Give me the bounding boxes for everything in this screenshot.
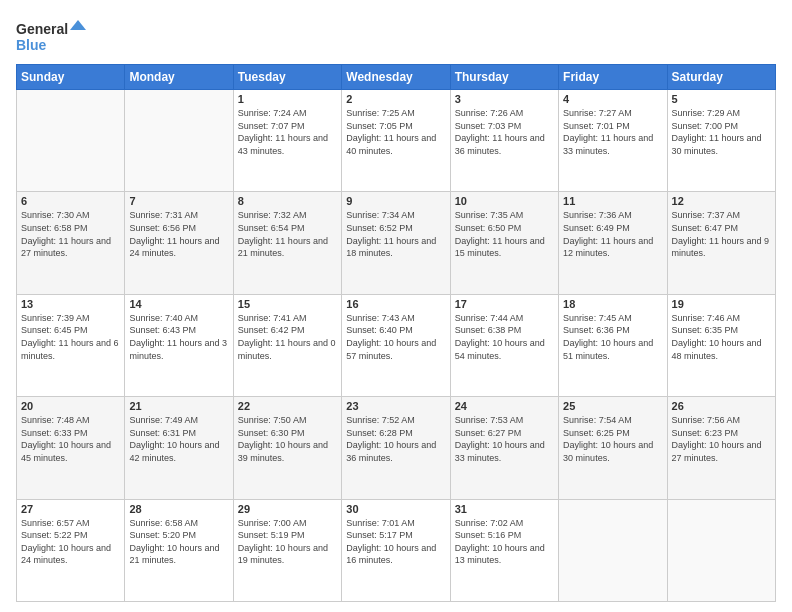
- calendar-day-cell: [667, 499, 775, 601]
- day-info: Sunrise: 7:24 AMSunset: 7:07 PMDaylight:…: [238, 107, 337, 157]
- day-number: 19: [672, 298, 771, 310]
- weekday-header-cell: Tuesday: [233, 65, 341, 90]
- day-info: Sunrise: 7:52 AMSunset: 6:28 PMDaylight:…: [346, 414, 445, 464]
- calendar-day-cell: 18Sunrise: 7:45 AMSunset: 6:36 PMDayligh…: [559, 294, 667, 396]
- calendar-day-cell: 24Sunrise: 7:53 AMSunset: 6:27 PMDayligh…: [450, 397, 558, 499]
- day-info: Sunrise: 7:36 AMSunset: 6:49 PMDaylight:…: [563, 209, 662, 259]
- day-number: 6: [21, 195, 120, 207]
- day-number: 11: [563, 195, 662, 207]
- day-number: 24: [455, 400, 554, 412]
- weekday-header-cell: Friday: [559, 65, 667, 90]
- calendar-day-cell: [559, 499, 667, 601]
- weekday-header-cell: Sunday: [17, 65, 125, 90]
- day-number: 5: [672, 93, 771, 105]
- day-number: 31: [455, 503, 554, 515]
- day-info: Sunrise: 7:56 AMSunset: 6:23 PMDaylight:…: [672, 414, 771, 464]
- day-number: 30: [346, 503, 445, 515]
- calendar-day-cell: 25Sunrise: 7:54 AMSunset: 6:25 PMDayligh…: [559, 397, 667, 499]
- calendar-week-row: 6Sunrise: 7:30 AMSunset: 6:58 PMDaylight…: [17, 192, 776, 294]
- weekday-header-cell: Monday: [125, 65, 233, 90]
- day-number: 18: [563, 298, 662, 310]
- calendar-day-cell: 12Sunrise: 7:37 AMSunset: 6:47 PMDayligh…: [667, 192, 775, 294]
- day-number: 20: [21, 400, 120, 412]
- calendar-day-cell: 13Sunrise: 7:39 AMSunset: 6:45 PMDayligh…: [17, 294, 125, 396]
- day-info: Sunrise: 7:29 AMSunset: 7:00 PMDaylight:…: [672, 107, 771, 157]
- calendar-page: General Blue SundayMondayTuesdayWednesda…: [0, 0, 792, 612]
- calendar-day-cell: 6Sunrise: 7:30 AMSunset: 6:58 PMDaylight…: [17, 192, 125, 294]
- day-info: Sunrise: 7:46 AMSunset: 6:35 PMDaylight:…: [672, 312, 771, 362]
- day-number: 23: [346, 400, 445, 412]
- day-number: 17: [455, 298, 554, 310]
- calendar-week-row: 20Sunrise: 7:48 AMSunset: 6:33 PMDayligh…: [17, 397, 776, 499]
- day-info: Sunrise: 6:57 AMSunset: 5:22 PMDaylight:…: [21, 517, 120, 567]
- day-info: Sunrise: 7:37 AMSunset: 6:47 PMDaylight:…: [672, 209, 771, 259]
- calendar-day-cell: 8Sunrise: 7:32 AMSunset: 6:54 PMDaylight…: [233, 192, 341, 294]
- day-number: 1: [238, 93, 337, 105]
- day-info: Sunrise: 7:35 AMSunset: 6:50 PMDaylight:…: [455, 209, 554, 259]
- calendar-day-cell: 5Sunrise: 7:29 AMSunset: 7:00 PMDaylight…: [667, 90, 775, 192]
- day-info: Sunrise: 7:02 AMSunset: 5:16 PMDaylight:…: [455, 517, 554, 567]
- calendar-day-cell: 28Sunrise: 6:58 AMSunset: 5:20 PMDayligh…: [125, 499, 233, 601]
- day-number: 21: [129, 400, 228, 412]
- day-info: Sunrise: 7:48 AMSunset: 6:33 PMDaylight:…: [21, 414, 120, 464]
- calendar-body: 1Sunrise: 7:24 AMSunset: 7:07 PMDaylight…: [17, 90, 776, 602]
- day-info: Sunrise: 7:53 AMSunset: 6:27 PMDaylight:…: [455, 414, 554, 464]
- day-info: Sunrise: 7:39 AMSunset: 6:45 PMDaylight:…: [21, 312, 120, 362]
- day-info: Sunrise: 7:44 AMSunset: 6:38 PMDaylight:…: [455, 312, 554, 362]
- day-info: Sunrise: 7:54 AMSunset: 6:25 PMDaylight:…: [563, 414, 662, 464]
- day-number: 14: [129, 298, 228, 310]
- calendar-day-cell: 21Sunrise: 7:49 AMSunset: 6:31 PMDayligh…: [125, 397, 233, 499]
- calendar-day-cell: 4Sunrise: 7:27 AMSunset: 7:01 PMDaylight…: [559, 90, 667, 192]
- day-number: 26: [672, 400, 771, 412]
- calendar-day-cell: 23Sunrise: 7:52 AMSunset: 6:28 PMDayligh…: [342, 397, 450, 499]
- calendar-day-cell: 16Sunrise: 7:43 AMSunset: 6:40 PMDayligh…: [342, 294, 450, 396]
- day-info: Sunrise: 7:27 AMSunset: 7:01 PMDaylight:…: [563, 107, 662, 157]
- day-number: 12: [672, 195, 771, 207]
- day-number: 2: [346, 93, 445, 105]
- calendar-day-cell: 2Sunrise: 7:25 AMSunset: 7:05 PMDaylight…: [342, 90, 450, 192]
- calendar-day-cell: 19Sunrise: 7:46 AMSunset: 6:35 PMDayligh…: [667, 294, 775, 396]
- calendar-day-cell: 22Sunrise: 7:50 AMSunset: 6:30 PMDayligh…: [233, 397, 341, 499]
- calendar-day-cell: 9Sunrise: 7:34 AMSunset: 6:52 PMDaylight…: [342, 192, 450, 294]
- calendar-day-cell: 20Sunrise: 7:48 AMSunset: 6:33 PMDayligh…: [17, 397, 125, 499]
- day-number: 15: [238, 298, 337, 310]
- calendar-day-cell: [17, 90, 125, 192]
- calendar-day-cell: 15Sunrise: 7:41 AMSunset: 6:42 PMDayligh…: [233, 294, 341, 396]
- day-number: 8: [238, 195, 337, 207]
- svg-text:Blue: Blue: [16, 37, 47, 53]
- svg-marker-2: [70, 20, 86, 30]
- logo-svg: General Blue: [16, 16, 86, 56]
- calendar-day-cell: 27Sunrise: 6:57 AMSunset: 5:22 PMDayligh…: [17, 499, 125, 601]
- day-number: 22: [238, 400, 337, 412]
- calendar-day-cell: 30Sunrise: 7:01 AMSunset: 5:17 PMDayligh…: [342, 499, 450, 601]
- day-number: 16: [346, 298, 445, 310]
- day-number: 10: [455, 195, 554, 207]
- day-info: Sunrise: 7:32 AMSunset: 6:54 PMDaylight:…: [238, 209, 337, 259]
- day-number: 28: [129, 503, 228, 515]
- calendar-day-cell: 29Sunrise: 7:00 AMSunset: 5:19 PMDayligh…: [233, 499, 341, 601]
- day-number: 3: [455, 93, 554, 105]
- calendar-table: SundayMondayTuesdayWednesdayThursdayFrid…: [16, 64, 776, 602]
- weekday-header-cell: Thursday: [450, 65, 558, 90]
- day-info: Sunrise: 6:58 AMSunset: 5:20 PMDaylight:…: [129, 517, 228, 567]
- day-info: Sunrise: 7:43 AMSunset: 6:40 PMDaylight:…: [346, 312, 445, 362]
- calendar-day-cell: 26Sunrise: 7:56 AMSunset: 6:23 PMDayligh…: [667, 397, 775, 499]
- weekday-header-row: SundayMondayTuesdayWednesdayThursdayFrid…: [17, 65, 776, 90]
- day-number: 4: [563, 93, 662, 105]
- calendar-week-row: 27Sunrise: 6:57 AMSunset: 5:22 PMDayligh…: [17, 499, 776, 601]
- day-info: Sunrise: 7:49 AMSunset: 6:31 PMDaylight:…: [129, 414, 228, 464]
- calendar-day-cell: 14Sunrise: 7:40 AMSunset: 6:43 PMDayligh…: [125, 294, 233, 396]
- day-number: 9: [346, 195, 445, 207]
- weekday-header-cell: Wednesday: [342, 65, 450, 90]
- day-number: 7: [129, 195, 228, 207]
- day-info: Sunrise: 7:31 AMSunset: 6:56 PMDaylight:…: [129, 209, 228, 259]
- calendar-day-cell: 7Sunrise: 7:31 AMSunset: 6:56 PMDaylight…: [125, 192, 233, 294]
- weekday-header-cell: Saturday: [667, 65, 775, 90]
- day-info: Sunrise: 7:45 AMSunset: 6:36 PMDaylight:…: [563, 312, 662, 362]
- calendar-day-cell: 31Sunrise: 7:02 AMSunset: 5:16 PMDayligh…: [450, 499, 558, 601]
- day-info: Sunrise: 7:26 AMSunset: 7:03 PMDaylight:…: [455, 107, 554, 157]
- day-info: Sunrise: 7:50 AMSunset: 6:30 PMDaylight:…: [238, 414, 337, 464]
- day-info: Sunrise: 7:01 AMSunset: 5:17 PMDaylight:…: [346, 517, 445, 567]
- day-number: 27: [21, 503, 120, 515]
- calendar-day-cell: 11Sunrise: 7:36 AMSunset: 6:49 PMDayligh…: [559, 192, 667, 294]
